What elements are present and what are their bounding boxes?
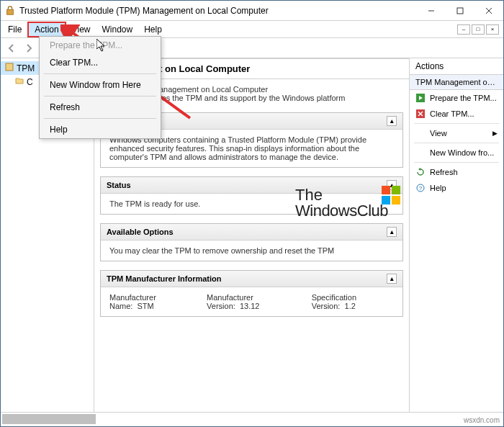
action-refresh[interactable]: Refresh xyxy=(410,164,503,180)
action-label: New Window fro... xyxy=(430,148,494,157)
clear-icon xyxy=(415,109,426,119)
menu-item-help[interactable]: Help xyxy=(40,121,161,138)
mdi-close[interactable]: × xyxy=(486,24,499,35)
svg-text:?: ? xyxy=(419,185,423,192)
collapse-icon[interactable]: ▴ xyxy=(387,274,397,284)
manufacturer-panel: TPM Manufacturer Information▴ Manufactur… xyxy=(100,270,403,317)
tree-label: TPM xyxy=(17,63,35,73)
available-options-panel: Available Options▴ You may clear the TPM… xyxy=(100,223,403,261)
minimize-button[interactable] xyxy=(417,1,446,20)
menu-action[interactable]: Action xyxy=(27,22,66,37)
tree-label: C xyxy=(27,77,33,87)
svg-rect-10 xyxy=(6,63,13,71)
available-body: You may clear the TPM to remove ownershi… xyxy=(101,241,402,261)
menu-view[interactable]: View xyxy=(66,23,96,36)
status-segment xyxy=(2,414,96,424)
nav-back-icon[interactable] xyxy=(4,40,19,56)
actions-pane: Actions TPM Management on ... Prepare th… xyxy=(410,58,503,412)
menu-item-refresh[interactable]: Refresh xyxy=(40,99,161,116)
subheader-line1: anagement on Local Computer xyxy=(159,85,402,94)
titlebar: Trusted Platform Module (TPM) Management… xyxy=(1,1,503,21)
menu-help[interactable]: Help xyxy=(138,23,168,36)
menu-file[interactable]: File xyxy=(2,23,27,36)
status-body: The TPM is ready for use. xyxy=(101,194,402,214)
separator xyxy=(414,123,499,124)
window-title: Trusted Platform Module (TPM) Management… xyxy=(19,6,417,16)
manufacturer-header-label: TPM Manufacturer Information xyxy=(107,274,222,283)
tpm-icon xyxy=(5,6,15,16)
svg-rect-2 xyxy=(457,8,463,14)
action-help[interactable]: ?Help xyxy=(410,180,503,196)
window-icon xyxy=(415,148,426,158)
menu-separator xyxy=(44,118,156,119)
mdi-restore[interactable]: □ xyxy=(472,24,485,35)
mdi-minimize[interactable]: – xyxy=(457,24,470,35)
actions-title: Actions xyxy=(410,58,503,75)
status-bar xyxy=(1,412,503,426)
tpm-node-icon xyxy=(5,63,14,73)
action-prepare-tpm[interactable]: Prepare the TPM... xyxy=(410,90,503,106)
actions-subheader: TPM Management on ... xyxy=(410,75,503,90)
maximize-button[interactable] xyxy=(446,1,474,20)
nav-forward-icon[interactable] xyxy=(21,40,37,56)
available-header: Available Options▴ xyxy=(101,224,402,241)
mfg-version-value: 13.12 xyxy=(240,302,260,310)
mouse-cursor-icon xyxy=(96,39,108,56)
refresh-icon xyxy=(415,167,426,177)
menu-separator xyxy=(44,73,156,74)
chevron-right-icon: ▶ xyxy=(492,130,498,137)
spec-version-value: 1.2 xyxy=(345,302,356,310)
menu-item-clear-tpm[interactable]: Clear TPM... xyxy=(40,54,161,71)
credit-text: wsxdn.com xyxy=(464,416,500,424)
action-label: Clear TPM... xyxy=(430,109,474,118)
subheader-line2: res the TPM and its support by the Windo… xyxy=(159,94,402,102)
mdi-controls: – □ × xyxy=(457,24,502,35)
action-label: Help xyxy=(430,184,446,192)
collapse-icon[interactable]: ▴ xyxy=(387,116,397,126)
center-header-text: t on Local Computer xyxy=(159,63,250,74)
separator xyxy=(414,143,499,143)
status-header: Status▴ xyxy=(101,177,402,194)
window-controls xyxy=(417,1,503,20)
menu-item-new-window[interactable]: New Window from Here xyxy=(40,76,161,94)
mfg-name-value: STM xyxy=(138,302,154,310)
action-label: Refresh xyxy=(430,168,458,176)
menu-window[interactable]: Window xyxy=(96,23,139,36)
close-button[interactable] xyxy=(474,1,503,20)
menu-separator xyxy=(44,96,156,96)
status-panel: Status▴ The TPM is ready for use. xyxy=(100,176,403,215)
action-label: Prepare the TPM... xyxy=(430,94,497,102)
available-header-label: Available Options xyxy=(107,228,174,236)
blank-icon xyxy=(415,128,426,138)
separator xyxy=(414,162,499,163)
collapse-icon[interactable]: ▴ xyxy=(387,180,397,190)
svg-rect-0 xyxy=(7,9,14,14)
action-new-window[interactable]: New Window fro... xyxy=(410,145,503,161)
action-clear-tpm[interactable]: Clear TPM... xyxy=(410,106,503,122)
action-label: View xyxy=(430,129,447,138)
action-view[interactable]: View▶ xyxy=(410,125,503,141)
help-icon: ? xyxy=(415,183,426,193)
arrow-right-icon xyxy=(415,93,426,103)
collapse-icon[interactable]: ▴ xyxy=(387,227,397,237)
folder-icon xyxy=(15,76,24,87)
manufacturer-body: Manufacturer Name: STM Manufacturer Vers… xyxy=(101,287,402,316)
status-header-label: Status xyxy=(107,181,131,189)
manufacturer-header: TPM Manufacturer Information▴ xyxy=(101,271,402,287)
